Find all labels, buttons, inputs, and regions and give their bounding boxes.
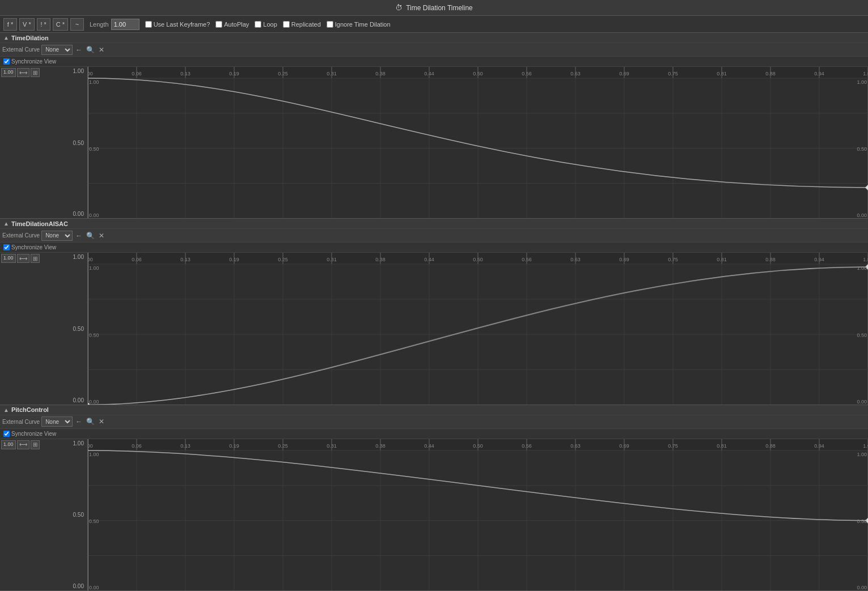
loop-group: Loop bbox=[255, 21, 277, 28]
search-btn-time-dilation-aisac[interactable]: 🔍 bbox=[85, 232, 96, 240]
track-controls-time-dilation: External Curve None ← 🔍 ✕ bbox=[0, 43, 868, 57]
track-section-time-dilation: ▲ TimeDilation External Curve None ← 🔍 ✕… bbox=[0, 33, 868, 219]
ext-curve-label-time-dilation: External Curve bbox=[2, 46, 40, 53]
title-bar: ⏱ Time Dilation Timeline bbox=[0, 0, 868, 16]
track-controls-pitch-control: External Curve None ← 🔍 ✕ bbox=[0, 415, 868, 429]
y-max-pitch-control: 1.00 bbox=[73, 440, 86, 447]
c-button[interactable]: C * bbox=[53, 18, 68, 31]
sync-checkbox-time-dilation-aisac[interactable] bbox=[3, 244, 10, 250]
sync-row-time-dilation-aisac: Synchronize View bbox=[0, 243, 868, 253]
timeline-canvas-pitch-control[interactable] bbox=[88, 439, 868, 590]
sync-row-pitch-control: Synchronize View bbox=[0, 429, 868, 439]
back-btn-time-dilation[interactable]: ← bbox=[74, 46, 83, 54]
y-axis-value-pitch-control: 1.00 bbox=[1, 440, 16, 449]
curve-select-time-dilation-aisac[interactable]: None bbox=[41, 231, 73, 241]
y-max-time-dilation: 1.00 bbox=[73, 68, 86, 74]
track-title-pitch-control: PitchControl bbox=[11, 406, 49, 413]
fit-btn-time-dilation-aisac[interactable]: ⟷ bbox=[17, 254, 29, 263]
zoom-btn-time-dilation-aisac[interactable]: ⊞ bbox=[31, 254, 40, 263]
close-btn-pitch-control[interactable]: ✕ bbox=[98, 418, 105, 426]
track-header-time-dilation-aisac: ▲ TimeDilationAISAC bbox=[0, 219, 868, 229]
y-mid-time-dilation-aisac: 0.50 bbox=[73, 325, 86, 331]
sync-label-time-dilation-aisac: Synchronize View bbox=[11, 244, 56, 250]
ignore-time-dilation-group: Ignore Time Dilation bbox=[327, 21, 391, 28]
track-header-pitch-control: ▲ PitchControl bbox=[0, 405, 868, 415]
sync-checkbox-time-dilation[interactable] bbox=[3, 58, 10, 65]
curve-select-time-dilation[interactable]: None bbox=[41, 45, 73, 55]
length-input[interactable] bbox=[111, 19, 139, 30]
autoplay-checkbox[interactable] bbox=[215, 21, 222, 28]
y-axis-pitch-control: 1.00 ⟷ ⊞ 1.00 0.50 0.00 bbox=[0, 439, 88, 590]
track-arrow-time-dilation-aisac: ▲ bbox=[3, 220, 9, 227]
main-content: ▲ TimeDilation External Curve None ← 🔍 ✕… bbox=[0, 33, 868, 591]
clock-icon: ⏱ bbox=[395, 3, 403, 12]
y-axis-time-dilation: 1.00 ⟷ ⊞ 1.00 0.50 0.00 bbox=[0, 67, 88, 218]
canvas-wrapper-time-dilation-aisac[interactable] bbox=[88, 253, 868, 404]
search-btn-time-dilation[interactable]: 🔍 bbox=[85, 46, 96, 54]
back-btn-time-dilation-aisac[interactable]: ← bbox=[74, 232, 83, 240]
track-section-pitch-control: ▲ PitchControl External Curve None ← 🔍 ✕… bbox=[0, 405, 868, 591]
window-title: Time Dilation Timeline bbox=[406, 4, 473, 12]
fit-btn-time-dilation[interactable]: ⟷ bbox=[17, 68, 29, 77]
y-mid-time-dilation: 0.50 bbox=[73, 139, 86, 146]
loop-checkbox[interactable] bbox=[255, 21, 261, 28]
sync-label-pitch-control: Synchronize View bbox=[11, 431, 56, 437]
track-header-time-dilation: ▲ TimeDilation bbox=[0, 33, 868, 43]
ext-curve-label-pitch-control: External Curve bbox=[2, 419, 40, 425]
chart-wrapper-pitch-control: 1.00 ⟷ ⊞ 1.00 0.50 0.00 bbox=[0, 439, 868, 590]
y-max-time-dilation-aisac: 1.00 bbox=[73, 254, 86, 260]
track-arrow-pitch-control: ▲ bbox=[3, 407, 9, 413]
zoom-btn-pitch-control[interactable]: ⊞ bbox=[31, 440, 40, 449]
y-axis-value-time-dilation-aisac: 1.00 bbox=[1, 254, 16, 263]
use-last-keyframe-checkbox[interactable] bbox=[145, 21, 152, 28]
track-arrow-time-dilation: ▲ bbox=[3, 35, 9, 41]
ignore-time-dilation-checkbox[interactable] bbox=[327, 21, 333, 28]
sync-row-time-dilation: Synchronize View bbox=[0, 57, 868, 67]
use-last-keyframe-group: Use Last Keyframe? bbox=[145, 21, 210, 28]
track-section-time-dilation-aisac: ▲ TimeDilationAISAC External Curve None … bbox=[0, 219, 868, 405]
search-btn-pitch-control[interactable]: 🔍 bbox=[85, 418, 96, 426]
track-title-time-dilation: TimeDilation bbox=[11, 35, 49, 41]
use-last-keyframe-label: Use Last Keyframe? bbox=[154, 21, 210, 28]
sync-checkbox-pitch-control[interactable] bbox=[3, 431, 10, 437]
f-button[interactable]: f * bbox=[3, 18, 17, 31]
length-label: Length bbox=[90, 21, 109, 28]
toolbar: f * V * ! * C * ~ Length Use Last Keyfra… bbox=[0, 16, 868, 33]
back-btn-pitch-control[interactable]: ← bbox=[74, 418, 83, 426]
ignore-time-dilation-label: Ignore Time Dilation bbox=[335, 21, 391, 28]
y-min-time-dilation: 0.00 bbox=[73, 211, 86, 217]
track-controls-time-dilation-aisac: External Curve None ← 🔍 ✕ bbox=[0, 229, 868, 243]
excl-button[interactable]: ! * bbox=[37, 18, 50, 31]
curve-select-pitch-control[interactable]: None bbox=[41, 416, 73, 427]
timeline-canvas-time-dilation-aisac[interactable] bbox=[88, 253, 868, 404]
ext-curve-label-time-dilation-aisac: External Curve bbox=[2, 232, 40, 239]
canvas-wrapper-time-dilation[interactable] bbox=[88, 67, 868, 218]
loop-label: Loop bbox=[263, 21, 277, 28]
autoplay-group: AutoPlay bbox=[215, 21, 249, 28]
autoplay-label: AutoPlay bbox=[224, 21, 249, 28]
chart-wrapper-time-dilation-aisac: 1.00 ⟷ ⊞ 1.00 0.50 0.00 bbox=[0, 253, 868, 404]
y-axis-time-dilation-aisac: 1.00 ⟷ ⊞ 1.00 0.50 0.00 bbox=[0, 253, 88, 404]
close-btn-time-dilation[interactable]: ✕ bbox=[98, 46, 105, 54]
fit-btn-pitch-control[interactable]: ⟷ bbox=[17, 440, 29, 449]
y-mid-pitch-control: 0.50 bbox=[73, 512, 86, 518]
y-min-pitch-control: 0.00 bbox=[73, 583, 86, 589]
canvas-wrapper-pitch-control[interactable] bbox=[88, 439, 868, 590]
sync-label-time-dilation: Synchronize View bbox=[11, 58, 56, 65]
zoom-btn-time-dilation[interactable]: ⊞ bbox=[31, 68, 40, 77]
chart-wrapper-time-dilation: 1.00 ⟷ ⊞ 1.00 0.50 0.00 bbox=[0, 67, 868, 218]
close-btn-time-dilation-aisac[interactable]: ✕ bbox=[98, 232, 105, 240]
track-title-time-dilation-aisac: TimeDilationAISAC bbox=[11, 220, 68, 227]
curve-button[interactable]: ~ bbox=[70, 18, 84, 31]
v-button[interactable]: V * bbox=[19, 18, 35, 31]
timeline-canvas-time-dilation[interactable] bbox=[88, 67, 868, 218]
y-axis-value-time-dilation: 1.00 bbox=[1, 68, 16, 77]
replicated-group: Replicated bbox=[283, 21, 321, 28]
replicated-label: Replicated bbox=[291, 21, 321, 28]
y-min-time-dilation-aisac: 0.00 bbox=[73, 397, 86, 403]
replicated-checkbox[interactable] bbox=[283, 21, 290, 28]
